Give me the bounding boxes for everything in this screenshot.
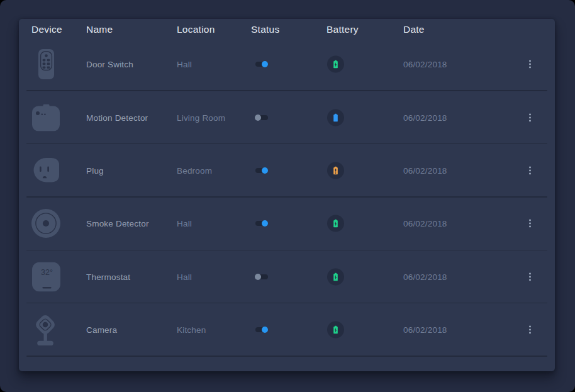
battery-indicator xyxy=(327,322,344,339)
table-row-camera: Camera Kitchen 06/02/2018 xyxy=(19,303,555,356)
battery-full-icon xyxy=(333,113,338,121)
device-location-label: Kitchen xyxy=(177,325,206,335)
battery-indicator xyxy=(327,162,344,179)
battery-indicator xyxy=(327,109,344,126)
device-location-label: Bedroom xyxy=(177,165,212,175)
row-menu-button[interactable] xyxy=(525,269,535,284)
kebab-menu-icon xyxy=(528,60,532,69)
row-menu-button[interactable] xyxy=(525,322,535,337)
toggle-knob xyxy=(255,274,261,280)
status-toggle-on[interactable] xyxy=(255,168,268,173)
row-menu-button[interactable] xyxy=(525,57,535,72)
device-name-label: Smoke Detector xyxy=(86,219,149,228)
row-menu-button[interactable] xyxy=(525,163,535,178)
devices-table: Device Name Location Status Battery Date… xyxy=(19,19,555,371)
battery-charging-icon xyxy=(333,326,338,334)
column-header-status: Status xyxy=(251,24,279,35)
motion-detector-icon xyxy=(32,104,60,131)
device-location-label: Hall xyxy=(177,60,192,69)
table-row-smoke-detector: Smoke Detector Hall 06/02/2018 xyxy=(19,197,555,250)
device-date-label: 06/02/2018 xyxy=(403,272,447,281)
kebab-menu-icon xyxy=(528,166,532,175)
status-toggle-off[interactable] xyxy=(255,115,268,120)
kebab-menu-icon xyxy=(528,272,532,281)
motion-detector-device-icon xyxy=(31,104,60,131)
app-background: Device Name Location Status Battery Date… xyxy=(0,0,575,392)
table-row-plug: Plug Bedroom 06/02/2018 xyxy=(19,144,555,197)
plug-device-icon xyxy=(31,158,60,183)
smoke-detector-device-icon xyxy=(31,209,60,238)
table-row-motion-detector: Motion Detector Living Room 06/02/2018 xyxy=(19,91,555,143)
column-header-name: Name xyxy=(86,24,113,35)
column-header-battery: Battery xyxy=(327,24,359,35)
device-location-label: Hall xyxy=(177,219,192,228)
device-name-label: Motion Detector xyxy=(86,113,148,122)
battery-alert-icon xyxy=(333,166,338,174)
device-date-label: 06/02/2018 xyxy=(403,60,447,69)
plug-icon xyxy=(33,158,59,183)
toggle-knob xyxy=(262,167,268,174)
battery-charging-icon xyxy=(333,60,338,69)
device-name-label: Plug xyxy=(86,165,104,175)
door-switch-icon xyxy=(38,49,54,79)
device-name-label: Thermostat xyxy=(86,272,130,281)
device-date-label: 06/02/2018 xyxy=(403,165,447,175)
column-header-date: Date xyxy=(403,24,425,35)
device-name-label: Camera xyxy=(86,325,117,335)
table-body: Door Switch Hall 06/02/2018 Motion Detec… xyxy=(19,38,555,356)
kebab-menu-icon xyxy=(528,219,532,228)
toggle-knob xyxy=(262,220,268,227)
table-row-door-switch: Door Switch Hall 06/02/2018 xyxy=(19,38,555,91)
status-toggle-on[interactable] xyxy=(255,327,268,332)
table-header: Device Name Location Status Battery Date xyxy=(19,19,555,38)
camera-icon xyxy=(34,313,58,346)
thermostat-device-icon: 32° xyxy=(31,262,60,291)
thermostat-icon: 32° xyxy=(32,262,60,291)
battery-indicator xyxy=(327,215,344,232)
column-header-device: Device xyxy=(31,24,62,35)
camera-device-icon xyxy=(31,313,60,346)
row-menu-button[interactable] xyxy=(525,110,535,125)
device-location-label: Hall xyxy=(177,272,192,281)
smoke-detector-icon xyxy=(31,209,60,238)
device-name-label: Door Switch xyxy=(86,60,133,69)
device-date-label: 06/02/2018 xyxy=(403,219,447,228)
device-date-label: 06/02/2018 xyxy=(403,325,447,335)
column-header-location: Location xyxy=(177,24,215,35)
battery-indicator xyxy=(327,56,344,73)
table-row-thermostat: 32° Thermostat Hall 06/02/2018 xyxy=(19,250,555,303)
device-location-label: Living Room xyxy=(177,113,225,122)
kebab-menu-icon xyxy=(528,113,532,122)
row-menu-button[interactable] xyxy=(525,216,535,231)
svg-text:32°: 32° xyxy=(41,268,53,277)
status-toggle-on[interactable] xyxy=(255,62,268,67)
kebab-menu-icon xyxy=(528,325,532,334)
toggle-knob xyxy=(262,61,268,67)
battery-indicator xyxy=(327,268,344,285)
status-toggle-off[interactable] xyxy=(255,274,268,279)
battery-charging-icon xyxy=(333,272,338,281)
battery-charging-icon xyxy=(333,220,338,228)
toggle-knob xyxy=(262,327,268,333)
toggle-knob xyxy=(255,115,261,121)
device-date-label: 06/02/2018 xyxy=(403,113,447,122)
door-switch-device-icon xyxy=(31,49,60,79)
status-toggle-on[interactable] xyxy=(255,221,268,226)
